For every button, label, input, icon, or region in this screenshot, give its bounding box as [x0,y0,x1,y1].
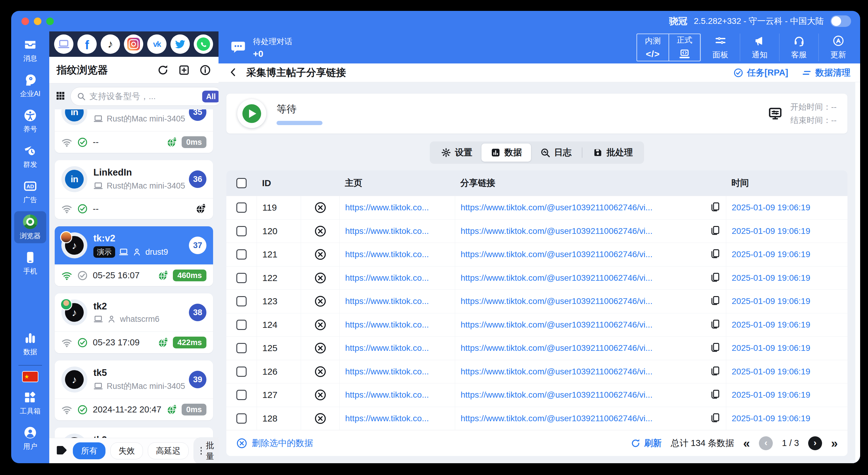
row-checkbox[interactable] [236,273,247,283]
refresh-icon[interactable] [157,64,169,76]
share-link[interactable]: https://www.tiktok.com/@user103921100627… [461,273,652,283]
profile-card[interactable]: in LinkedIn Rust的Mac mini-3405 36 -- [55,160,213,219]
circle-x-icon[interactable] [314,342,327,354]
copy-icon[interactable] [710,389,720,401]
home-link[interactable]: https://www.tiktok.co... [345,390,429,400]
close-window-button[interactable] [22,18,29,25]
china-flag-icon[interactable]: ★ [22,371,38,382]
info-icon[interactable] [199,64,211,76]
share-link[interactable]: https://www.tiktok.com/@user103921100627… [461,343,652,353]
region-toggle[interactable] [831,15,851,27]
stable-build-button[interactable]: 正式 [669,34,700,61]
tab-logs[interactable]: 日志 [531,144,581,162]
sidebar-item-user[interactable]: 用户 [14,422,46,454]
row-checkbox[interactable] [236,413,247,424]
instagram-icon[interactable] [124,34,143,54]
copy-icon[interactable] [710,248,720,260]
tag-icon[interactable] [55,444,68,458]
home-link[interactable]: https://www.tiktok.co... [345,367,429,377]
pending-chats[interactable]: 待处理对话 +0 [218,31,292,63]
select-all-checkbox[interactable] [236,178,247,188]
laptop-platform-icon[interactable] [54,34,73,54]
home-link[interactable]: https://www.tiktok.co... [345,343,429,353]
home-link[interactable]: https://www.tiktok.co... [345,414,429,423]
vk-icon[interactable]: vk [147,34,166,54]
home-link[interactable]: https://www.tiktok.co... [345,296,429,306]
circle-x-icon[interactable] [314,248,327,261]
tab-settings[interactable]: 设置 [432,144,482,162]
data-clean-link[interactable]: 数据清理 [802,67,850,79]
next-page-button[interactable]: › [808,436,822,450]
share-link[interactable]: https://www.tiktok.com/@user103921100627… [461,250,652,259]
copy-icon[interactable] [710,272,720,284]
home-link[interactable]: https://www.tiktok.co... [345,273,429,283]
copy-icon[interactable] [710,412,720,424]
tiktok-icon[interactable]: ♪ [101,34,120,54]
copy-icon[interactable] [710,201,720,214]
row-checkbox[interactable] [236,390,247,400]
share-link[interactable]: https://www.tiktok.com/@user103921100627… [461,320,652,330]
share-link[interactable]: https://www.tiktok.com/@user103921100627… [461,390,652,400]
share-link[interactable]: https://www.tiktok.com/@user103921100627… [461,226,652,236]
sidebar-item-data[interactable]: 数据 [14,328,46,359]
row-checkbox[interactable] [236,226,247,236]
home-link[interactable]: https://www.tiktok.co... [345,226,429,236]
row-checkbox[interactable] [236,202,247,213]
profile-card[interactable]: ♪ tk2 whatscrm6 38 [55,293,213,353]
profile-card[interactable]: ♪ tk2 Rust的Mac mini-3405 40 [55,428,213,438]
minimize-window-button[interactable] [34,18,41,25]
share-link[interactable]: https://www.tiktok.com/@user103921100627… [461,414,652,423]
circle-x-icon[interactable] [314,412,327,425]
delete-selected-button[interactable]: 删除选中的数据 [236,437,313,449]
row-checkbox[interactable] [236,249,247,259]
share-link[interactable]: https://www.tiktok.com/@user103921100627… [461,367,652,377]
profile-card[interactable]: ♪ tk5 Rust的Mac mini-3405 39 2024-11-22 2… [55,360,213,420]
circle-x-icon[interactable] [314,225,327,238]
row-checkbox[interactable] [236,296,247,307]
facebook-icon[interactable]: f [78,34,97,54]
circle-x-icon[interactable] [314,318,327,331]
share-link[interactable]: https://www.tiktok.com/@user103921100627… [461,296,652,306]
monitor-settings-icon[interactable] [768,106,782,121]
circle-x-icon[interactable] [314,365,327,378]
maximize-window-button[interactable] [46,18,54,25]
circle-x-icon[interactable] [314,201,327,214]
run-task-button[interactable] [237,99,266,128]
batch-button[interactable]: 批量 [193,437,221,464]
tab-data[interactable]: 数据 [482,144,531,162]
grid-view-icon[interactable] [55,91,66,102]
copy-icon[interactable] [710,366,720,378]
notifications-button[interactable]: 通知 [740,34,779,61]
copy-icon[interactable] [710,342,720,354]
circle-x-icon[interactable] [314,388,327,401]
home-link[interactable]: https://www.tiktok.co... [345,320,429,330]
whatsapp-icon[interactable] [194,34,213,54]
panel-button[interactable]: 面板 [701,34,740,61]
copy-icon[interactable] [710,225,720,237]
row-checkbox[interactable] [236,367,247,377]
filter-all-button[interactable]: 所有 [73,442,105,459]
sidebar-item-phone[interactable]: 手机 [14,247,46,279]
back-button[interactable] [228,67,239,78]
sidebar-item-ads[interactable]: 广告 [14,176,46,207]
filter-high-latency-button[interactable]: 高延迟 [148,442,189,459]
profile-card-selected[interactable]: ♪ tk:v2 演示 drust9 37 [55,226,213,286]
prev-page-button[interactable]: ‹ [759,436,773,450]
circle-x-icon[interactable] [314,295,327,308]
home-link[interactable]: https://www.tiktok.co... [345,203,429,213]
update-button[interactable]: 更新 [818,34,858,61]
beta-build-button[interactable]: 内测 </> [637,34,669,61]
copy-icon[interactable] [710,319,720,331]
sidebar-item-toolbox[interactable]: 工具箱 [14,387,46,418]
home-link[interactable]: https://www.tiktok.co... [345,250,429,259]
tab-batch[interactable]: 批处理 [584,144,642,162]
sidebar-item-bulk-send[interactable]: 群发 [14,140,46,172]
refresh-table-button[interactable]: 刷新 [630,437,662,449]
support-button[interactable]: 客服 [779,34,818,61]
sidebar-item-enterprise-ai[interactable]: 企业AI [14,70,46,101]
sidebar-item-browser[interactable]: 浏览器 [14,211,46,243]
profile-card[interactable]: in tk Rust的Mac mini-3405 35 -- 0 [55,109,213,153]
twitter-icon[interactable] [170,34,190,54]
sidebar-item-messages[interactable]: 消息 [14,34,46,66]
first-page-button[interactable]: « [743,437,750,449]
